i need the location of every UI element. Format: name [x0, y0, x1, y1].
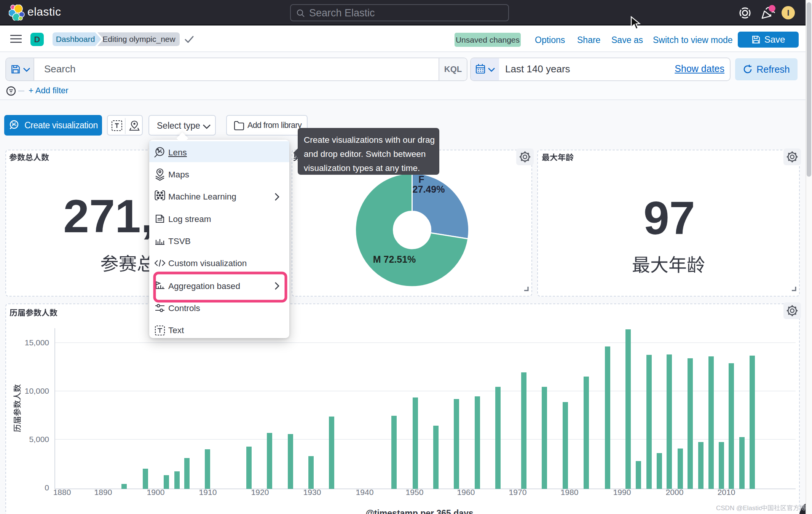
svg-text:Aggregation based: Aggregation based [168, 281, 240, 291]
svg-text:Maps: Maps [168, 170, 189, 179]
svg-text:Controls: Controls [168, 303, 200, 313]
svg-text:Lens: Lens [168, 148, 187, 157]
svg-text:Log stream: Log stream [168, 214, 211, 224]
svg-text:Custom visualization: Custom visualization [168, 259, 247, 268]
svg-text:Machine Learning: Machine Learning [168, 192, 236, 201]
svg-text:TSVB: TSVB [168, 236, 191, 246]
svg-text:Text: Text [168, 326, 184, 335]
